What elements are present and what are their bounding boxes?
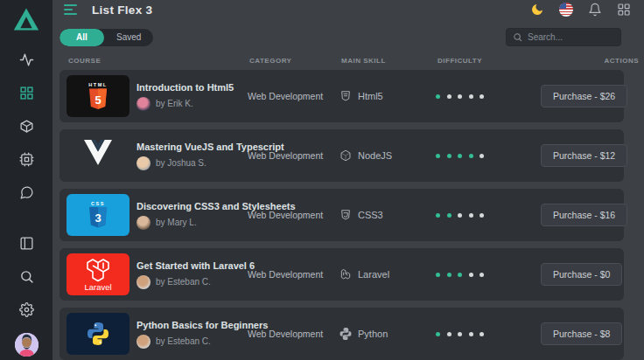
difficulty-dots	[436, 332, 541, 336]
actions-cell: Purchase - $12	[541, 144, 627, 167]
skill-icon	[340, 209, 352, 221]
sidebar-item-search[interactable]	[10, 260, 43, 293]
main-skill-cell: Html5	[340, 90, 436, 102]
main-skill-cell: Laravel	[340, 268, 436, 280]
notifications-button[interactable]	[587, 2, 603, 17]
course-title: Get Started with Laravel 6	[136, 260, 255, 271]
dark-mode-toggle[interactable]	[529, 2, 545, 17]
table-row: HTML5 CSS3 Laravel Mastering VueJS and T…	[60, 129, 624, 182]
course-thumbnail[interactable]: HTML5 CSS3 Laravel	[66, 135, 130, 177]
difficulty-dot	[480, 154, 484, 158]
purchase-button[interactable]: Purchase - $0	[541, 263, 622, 286]
css3-logo-thumbnail: CSS3	[66, 194, 130, 236]
course-cell: HTML5 CSS3 Laravel Python Basics for Beg…	[66, 313, 248, 355]
author-avatar	[136, 156, 150, 170]
main-skill-cell: Python	[340, 328, 436, 340]
topbar: List Flex 3	[52, 0, 644, 19]
skill-icon	[340, 268, 352, 280]
sidebar-item-chat[interactable]	[10, 176, 43, 209]
bell-icon	[588, 3, 602, 17]
difficulty-dots	[436, 273, 541, 277]
laravel-logo-thumbnail: Laravel	[66, 253, 130, 295]
page-title: List Flex 3	[92, 3, 152, 17]
difficulty-dots	[436, 213, 541, 218]
sidebar-item-settings[interactable]	[10, 293, 43, 326]
main-skill-cell: CSS3	[340, 209, 436, 221]
language-selector[interactable]	[558, 2, 574, 17]
course-cell: HTML5 CSS3 Laravel Get Started with Lara…	[66, 253, 248, 295]
skill-label: Laravel	[358, 269, 389, 280]
difficulty-dot	[458, 213, 462, 218]
python-icon	[340, 328, 352, 340]
sidebar-item-dashboard[interactable]	[10, 76, 43, 109]
course-category: Web Development	[248, 150, 340, 161]
layout-icon	[19, 236, 34, 251]
difficulty-dot	[436, 273, 440, 277]
difficulty-dots	[436, 94, 541, 99]
skill-icon	[340, 328, 352, 340]
main-skill-cell: NodeJS	[340, 149, 436, 162]
difficulty-dot	[480, 273, 484, 277]
purchase-button[interactable]: Purchase - $8	[541, 322, 622, 345]
tab-saved[interactable]: Saved	[104, 29, 153, 46]
difficulty-dot	[458, 154, 462, 158]
author-avatar	[136, 335, 150, 349]
search-input[interactable]	[528, 32, 614, 42]
sidebar-item-layout[interactable]	[10, 226, 43, 260]
difficulty-dot	[447, 332, 452, 336]
difficulty-dot	[480, 332, 484, 336]
svg-text:HTML: HTML	[88, 82, 107, 87]
course-thumbnail[interactable]: HTML5 CSS3 Laravel	[66, 75, 130, 117]
user-avatar[interactable]	[15, 333, 38, 357]
difficulty-dot	[469, 332, 473, 336]
author-avatar	[136, 97, 150, 111]
filter-tabs: All Saved	[60, 29, 153, 46]
profile-photo	[15, 333, 38, 357]
purchase-button[interactable]: Purchase - $12	[541, 144, 627, 167]
moon-icon	[530, 3, 544, 17]
difficulty-dot	[436, 94, 440, 99]
toolbar: All Saved	[52, 19, 644, 46]
sidebar-item-activity[interactable]	[10, 43, 43, 76]
apps-menu-button[interactable]	[616, 2, 632, 17]
purchase-button[interactable]: Purchase - $26	[541, 85, 627, 107]
course-category: Web Development	[248, 210, 340, 220]
search-box[interactable]	[506, 28, 621, 46]
skill-icon	[340, 90, 352, 102]
gear-icon	[19, 302, 34, 317]
svg-text:3: 3	[94, 211, 101, 225]
column-header-actions: Actions	[542, 57, 639, 65]
difficulty-dot	[447, 154, 452, 158]
menu-toggle-icon[interactable]	[64, 4, 77, 15]
course-thumbnail[interactable]: HTML5 CSS3 Laravel	[66, 253, 130, 295]
author-avatar	[136, 275, 150, 289]
svg-text:Laravel: Laravel	[84, 282, 111, 292]
sidebar-bottom-nav	[10, 226, 43, 360]
difficulty-dot	[480, 213, 484, 218]
purchase-button[interactable]: Purchase - $16	[541, 204, 627, 226]
sidebar-item-system[interactable]	[10, 142, 43, 176]
course-cell: HTML5 CSS3 Laravel Discovering CSS3 and …	[66, 194, 248, 236]
difficulty-dot	[447, 213, 452, 218]
sidebar-item-products[interactable]	[10, 109, 43, 142]
main-content: List Flex 3 All Saved Course C	[52, 0, 644, 360]
app-logo-triangle-icon[interactable]	[12, 6, 40, 32]
skill-label: Python	[358, 329, 388, 339]
us-flag-icon	[559, 3, 573, 17]
course-author: by Joshua S.	[156, 158, 206, 168]
difficulty-dot	[447, 273, 452, 277]
sidebar-nav	[10, 43, 43, 209]
actions-cell: Purchase - $16	[541, 204, 627, 226]
course-author: by Erik K.	[156, 99, 193, 108]
skill-label: CSS3	[358, 210, 383, 220]
html5-icon	[340, 90, 352, 102]
difficulty-dot	[480, 94, 484, 99]
tab-all[interactable]: All	[60, 29, 104, 46]
box-icon	[19, 119, 34, 134]
course-thumbnail[interactable]: HTML5 CSS3 Laravel	[66, 194, 130, 236]
course-thumbnail[interactable]: HTML5 CSS3 Laravel	[66, 313, 130, 355]
difficulty-dots	[436, 154, 541, 158]
difficulty-dot	[469, 213, 473, 218]
actions-cell: Purchase - $26	[541, 85, 627, 107]
course-author: by Esteban C.	[156, 277, 211, 287]
